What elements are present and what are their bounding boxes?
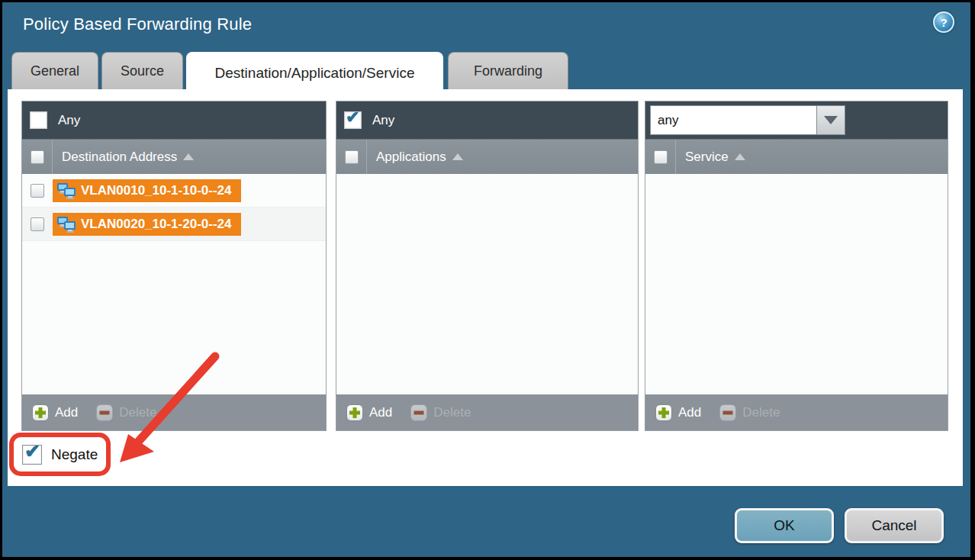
table-row[interactable]: VLAN0010_10-1-10-0--24 [22, 174, 326, 208]
tab-content-area: Any Destination Address [8, 89, 963, 486]
applications-column-header[interactable]: Applications [336, 139, 638, 174]
tab-general[interactable]: General [11, 52, 98, 89]
delete-button[interactable]: Delete [410, 404, 471, 421]
sort-ascending-icon [735, 153, 745, 160]
destination-select-all-checkbox[interactable] [31, 150, 44, 164]
plus-icon [655, 404, 672, 421]
table-row[interactable]: VLAN0020_10-1-20-0--24 [22, 208, 326, 241]
address-object-chip[interactable]: VLAN0010_10-1-10-0--24 [53, 179, 241, 202]
add-button[interactable]: Add [346, 404, 392, 421]
minus-icon [410, 404, 427, 421]
sort-ascending-icon [452, 153, 463, 160]
applications-any-label: Any [372, 113, 394, 128]
service-footer-bar: Add Delete [645, 394, 948, 430]
service-select-all-checkbox[interactable] [654, 150, 668, 164]
help-icon[interactable]: ? [933, 11, 954, 33]
chevron-down-icon [824, 116, 838, 124]
destination-column-header[interactable]: Destination Address [22, 139, 326, 174]
row-checkbox[interactable] [31, 184, 44, 198]
applications-list [336, 174, 638, 394]
destination-any-bar: Any [22, 101, 326, 139]
applications-select-all-checkbox[interactable] [345, 150, 359, 164]
address-group-icon [56, 216, 76, 233]
plus-icon [346, 404, 363, 421]
delete-button[interactable]: Delete [96, 404, 156, 421]
destination-list: VLAN0010_10-1-10-0--24 [22, 174, 326, 394]
negate-label: Negate [51, 446, 98, 463]
service-list [645, 174, 948, 394]
row-checkbox[interactable] [31, 217, 44, 231]
applications-any-checkbox[interactable] [344, 111, 362, 129]
destination-any-checkbox[interactable] [30, 111, 47, 129]
applications-column-title: Applications [376, 150, 446, 165]
minus-icon [719, 404, 736, 421]
applications-any-bar: Any [336, 101, 638, 139]
checkmark-icon [346, 108, 359, 127]
sort-ascending-icon [183, 153, 194, 160]
destination-any-label: Any [58, 113, 80, 128]
cancel-button[interactable]: Cancel [845, 508, 944, 543]
applications-footer-bar: Add Delete [336, 394, 638, 430]
tab-destination-application-service[interactable]: Destination/Application/Service [186, 52, 443, 94]
destination-column-title: Destination Address [62, 150, 177, 165]
service-panel: any Service [645, 101, 948, 431]
service-column-header[interactable]: Service [645, 139, 948, 174]
negate-annotation-highlight: Negate [9, 433, 111, 476]
tab-forwarding[interactable]: Forwarding [448, 52, 568, 89]
service-column-title: Service [685, 150, 729, 165]
applications-panel: Any Applications Add [336, 101, 639, 431]
dropdown-button[interactable] [816, 105, 845, 135]
negate-checkbox[interactable] [22, 445, 42, 465]
minus-icon [96, 404, 113, 421]
add-button[interactable]: Add [655, 404, 701, 421]
address-object-chip[interactable]: VLAN0020_10-1-20-0--24 [53, 213, 241, 236]
delete-button[interactable]: Delete [719, 404, 780, 421]
dialog-title: Policy Based Forwarding Rule [23, 14, 252, 34]
address-group-icon [56, 182, 76, 199]
service-header-bar: any [645, 101, 948, 139]
address-object-label: VLAN0020_10-1-20-0--24 [81, 217, 232, 232]
destination-footer-bar: Add Delete [22, 394, 326, 430]
screenshot-frame: Policy Based Forwarding Rule ? General S… [0, 0, 975, 560]
policy-forwarding-dialog: Policy Based Forwarding Rule ? General S… [2, 2, 970, 557]
ok-button[interactable]: OK [735, 508, 834, 543]
service-dropdown-value: any [650, 105, 816, 135]
add-button[interactable]: Add [32, 404, 78, 421]
tab-source[interactable]: Source [101, 52, 183, 89]
plus-icon [32, 404, 49, 421]
service-dropdown[interactable]: any [650, 105, 845, 135]
address-object-label: VLAN0010_10-1-10-0--24 [81, 183, 232, 198]
destination-address-panel: Any Destination Address [21, 101, 327, 431]
checkmark-icon [24, 440, 40, 462]
